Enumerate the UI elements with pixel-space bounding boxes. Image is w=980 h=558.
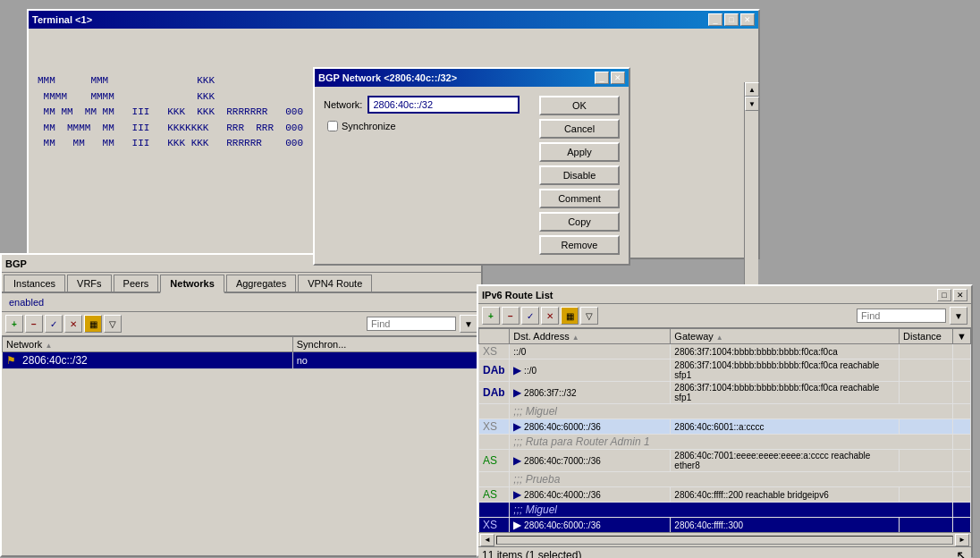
ipv6-close-btn[interactable]: ✕ [953,289,967,301]
cell-gateway: 2806:40c:6001::a:cccc [671,419,900,435]
bgp-panel-title: BGP [5,258,27,269]
cell-extra [953,382,971,404]
cell-sync: no [292,352,480,369]
cell-comment: ;;; Ruta para Router Admin 1 [510,435,953,450]
cell-type: DAb [479,382,510,404]
horiz-scrollbar[interactable]: ◄ ► [478,532,971,546]
terminal-title: Terminal <1> [32,14,92,25]
cell-type: AS [479,450,510,472]
ipv6-maximize-btn[interactable]: □ [937,289,951,301]
ipv6-move-btn[interactable]: ▦ [561,307,579,325]
table-row[interactable]: XS ::/0 2806:3f7:1004:bbbb:bbbb:bbbb:f0c… [479,344,971,359]
terminal-titlebar-buttons: _ □ ✕ [708,13,755,26]
table-row[interactable]: XS ▶ 2806:40c:6000::/36 2806:40c:ffff::3… [479,518,971,533]
cell-dst: ▶ ::/0 [510,359,671,382]
x-button[interactable]: ✕ [64,315,82,333]
scroll-right-btn[interactable]: ► [955,534,969,546]
bgp-panel: BGP Instances VRFs Peers Networks Aggreg… [0,253,483,557]
cell-type [479,435,510,450]
table-row[interactable]: ⚑ 2806:40c::/32 no [3,352,481,369]
sync-row: Synchronize [327,121,530,131]
bgp-network-dialog: BGP Network <2806:40c::/32> _ ✕ Network:… [313,67,630,266]
ipv6-x-btn[interactable]: ✕ [541,307,559,325]
scroll-up-btn[interactable]: ▲ [745,82,759,97]
cell-gateway: 2806:40c:7001:eeee:eeee:eeee:a:cccc reac… [671,450,900,472]
tab-peers[interactable]: Peers [114,275,159,292]
ipv6-titlebar-buttons: □ ✕ [937,289,967,301]
apply-button[interactable]: Apply [539,142,620,162]
cell-network-value: 2806:40c::/32 [22,354,88,367]
col-dst[interactable]: Dst. Address ▲ [510,329,671,344]
table-row[interactable]: AS ▶ 2806:40c:4000::/36 2806:40c:ffff::2… [479,487,971,503]
cell-dst: ▶ 2806:40c:6000::/36 [510,518,671,533]
tab-vrfs[interactable]: VRFs [67,275,112,292]
cell-type: DAb [479,359,510,382]
tab-aggregates[interactable]: Aggregates [226,275,296,292]
ipv6-check-btn[interactable]: ✓ [521,307,539,325]
table-row[interactable]: DAb ▶ ::/0 2806:3f7:1004:bbbb:bbbb:bbbb:… [479,359,971,382]
ipv6-find-arrow[interactable]: ▼ [950,307,967,325]
bgp-toolbar: + − ✓ ✕ ▦ ▽ ▼ [2,312,481,336]
comment-button[interactable]: Comment [539,189,620,208]
find-arrow[interactable]: ▼ [460,315,477,333]
tab-networks[interactable]: Networks [160,275,224,293]
cell-distance [900,450,953,472]
cell-dst: ▶ 2806:40c:7000::/36 [510,450,671,472]
dialog-titlebar-buttons: _ ✕ [595,72,625,84]
terminal-scrollbar[interactable]: ▲ ▼ [744,82,758,293]
col-gateway[interactable]: Gateway ▲ [671,329,900,344]
sync-checkbox[interactable] [327,121,338,131]
cell-distance [900,419,953,435]
cell-dst: ▶ 2806:40c:4000::/36 [510,487,671,503]
network-input[interactable] [368,96,520,114]
table-row[interactable]: XS ▶ 2806:40c:6000::/36 2806:40c:6001::a… [479,419,971,435]
table-row[interactable]: ;;; Miguel [479,503,971,518]
add-button[interactable]: + [5,315,23,333]
ipv6-add-btn[interactable]: + [482,307,500,325]
copy-button[interactable]: Copy [539,212,620,232]
cell-extra [953,450,971,472]
check-button[interactable]: ✓ [45,315,63,333]
remove-button[interactable]: Remove [539,235,620,255]
disable-button[interactable]: Disable [539,165,620,185]
scroll-left-btn[interactable]: ◄ [480,534,494,546]
move-button[interactable]: ▦ [84,315,102,333]
dialog-minimize-btn[interactable]: _ [595,72,609,84]
ipv6-find-input[interactable] [857,309,946,323]
cell-extra [953,435,971,450]
dialog-close-btn[interactable]: ✕ [611,72,625,84]
bgp-table-container: Network ▲ Synchron... ⚑ 2806:40c::/32 no [2,336,481,369]
col-network[interactable]: Network ▲ [3,337,293,352]
close-button[interactable]: ✕ [740,13,755,26]
ok-button[interactable]: OK [539,96,620,115]
tab-instances[interactable]: Instances [4,275,65,292]
cell-extra [953,344,971,359]
cell-type [479,472,510,487]
cell-gateway: 2806:40c:ffff::200 reachable bridgeipv6 [671,487,900,503]
cell-distance [900,344,953,359]
table-row[interactable]: ;;; Ruta para Router Admin 1 [479,435,971,450]
cancel-button[interactable]: Cancel [539,119,620,139]
bgp-table: Network ▲ Synchron... ⚑ 2806:40c::/32 no [2,336,481,369]
tab-vpn4route[interactable]: VPN4 Route [298,275,372,292]
enabled-text: enabled [5,295,47,309]
col-synchron[interactable]: Synchron... [292,337,480,352]
table-row[interactable]: DAb ▶ 2806:3f7::/32 2806:3f7:1004:bbbb:b… [479,382,971,404]
scroll-down-btn[interactable]: ▼ [745,97,759,111]
minimize-button[interactable]: _ [708,13,722,26]
maximize-button[interactable]: □ [724,13,739,26]
filter-button[interactable]: ▽ [104,315,122,333]
cursor-icon: ↖ [956,547,967,558]
table-row[interactable]: AS ▶ 2806:40c:7000::/36 2806:40c:7001:ee… [479,450,971,472]
ipv6-toolbar: + − ✓ ✕ ▦ ▽ ▼ [478,304,971,328]
cell-type [479,404,510,419]
ipv6-remove-btn[interactable]: − [502,307,520,325]
remove-button[interactable]: − [25,315,43,333]
table-row[interactable]: ;;; Prueba [479,472,971,487]
col-distance[interactable]: Distance [900,329,953,344]
table-row[interactable]: ;;; Miguel [479,404,971,419]
row-icon: ⚑ [6,354,16,367]
cell-extra [953,472,971,487]
ipv6-filter-btn[interactable]: ▽ [580,307,598,325]
find-input[interactable] [367,317,456,331]
